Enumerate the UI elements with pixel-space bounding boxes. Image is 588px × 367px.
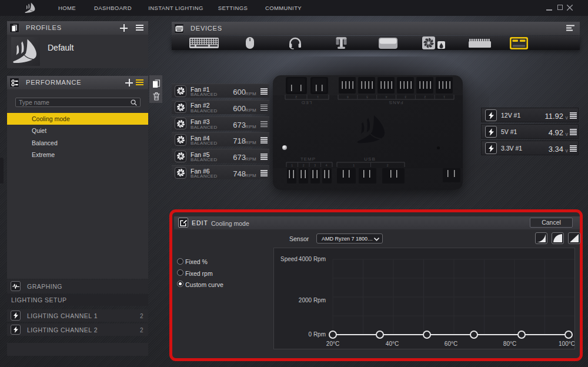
svg-text:2: 2	[424, 95, 426, 99]
svg-text:1: 1	[291, 164, 293, 167]
svg-text:2: 2	[387, 164, 389, 167]
svg-text:0 Rpm: 0 Rpm	[309, 331, 326, 338]
svg-text:3: 3	[405, 95, 406, 99]
svg-text:2: 2	[295, 95, 297, 99]
svg-text:LED: LED	[301, 100, 312, 105]
svg-text:FANS: FANS	[389, 100, 403, 105]
svg-text:1: 1	[317, 95, 319, 99]
svg-text:20°C: 20°C	[326, 341, 339, 347]
svg-text:2000 Rpm: 2000 Rpm	[299, 297, 326, 303]
svg-text:USB: USB	[364, 156, 375, 162]
svg-text:3: 3	[314, 164, 316, 167]
svg-text:2: 2	[303, 164, 305, 167]
svg-text:4: 4	[385, 95, 387, 99]
svg-text:1: 1	[443, 95, 445, 99]
svg-text:4000 Rpm: 4000 Rpm	[299, 256, 326, 262]
svg-text:1: 1	[353, 164, 355, 167]
svg-text:4: 4	[326, 164, 328, 167]
svg-text:80°C: 80°C	[503, 341, 516, 347]
svg-text:TEMP: TEMP	[300, 156, 316, 162]
svg-text:5: 5	[366, 95, 368, 99]
svg-text:40°C: 40°C	[386, 341, 399, 347]
svg-text:6: 6	[347, 95, 349, 99]
svg-text:100°C: 100°C	[559, 341, 575, 347]
svg-text:60°C: 60°C	[445, 341, 457, 347]
svg-text:Speed: Speed	[280, 256, 298, 262]
